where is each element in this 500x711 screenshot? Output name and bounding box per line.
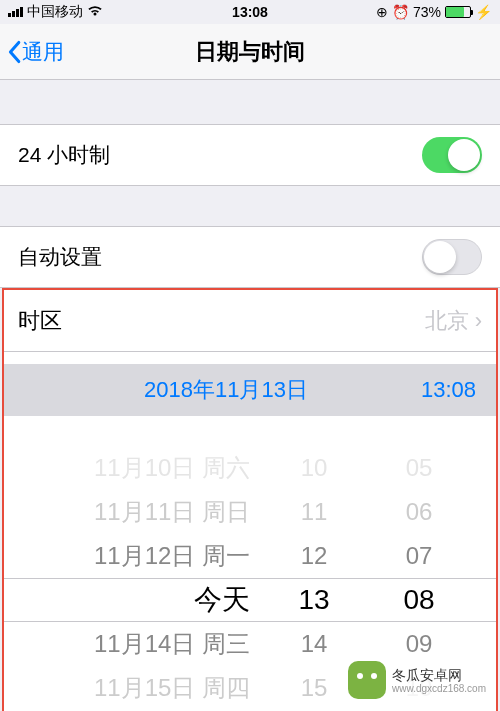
battery-pct: 73%	[413, 4, 441, 20]
back-label: 通用	[22, 38, 64, 66]
timezone-value: 北京	[425, 306, 469, 336]
battery-icon	[445, 6, 471, 18]
picker-date-item[interactable]: 11月14日 周三	[4, 622, 250, 666]
timezone-label: 时区	[18, 306, 62, 336]
carrier-label: 中国移动	[27, 3, 83, 21]
charging-icon: ⚡	[475, 4, 492, 20]
picker-hour-item[interactable]: 14	[284, 622, 344, 666]
wifi-icon	[87, 5, 103, 20]
picker-date-item[interactable]: 11月11日 周日	[4, 490, 250, 534]
status-time: 13:08	[232, 4, 268, 20]
picker-hour-item[interactable]: 10	[284, 446, 344, 490]
chevron-right-icon: ›	[475, 308, 482, 334]
selected-time: 13:08	[421, 377, 476, 403]
switch-24-hour[interactable]	[422, 137, 482, 173]
back-button[interactable]: 通用	[0, 38, 64, 66]
row-auto-set: 自动设置	[0, 226, 500, 288]
picker-hour-item[interactable]: 11	[284, 490, 344, 534]
row-timezone[interactable]: 时区 北京 ›	[4, 290, 496, 352]
rotation-lock-icon: ⊕	[376, 4, 388, 20]
picker-minute-item[interactable]: 07	[384, 534, 454, 578]
row-24-hour: 24 小时制	[0, 124, 500, 186]
picker-minute-item[interactable]: 06	[384, 490, 454, 534]
switch-auto-set[interactable]	[422, 239, 482, 275]
picker-date-item[interactable]: 11月15日 周四	[4, 666, 250, 710]
signal-icon	[8, 7, 23, 17]
watermark-logo-icon	[348, 661, 386, 699]
picker-date-item[interactable]: 11月12日 周一	[4, 534, 250, 578]
highlight-box: 时区 北京 › 2018年11月13日 13:08 11月10日 周六 11月1…	[2, 288, 498, 711]
alarm-icon: ⏰	[392, 4, 409, 20]
picker-date-item[interactable]: 今天	[4, 578, 250, 622]
picker-minute-item[interactable]: 05	[384, 446, 454, 490]
watermark: 冬瓜安卓网 www.dgxcdz168.com	[340, 657, 494, 703]
picker-col-hour[interactable]: 10 11 12 13 14 15 16	[284, 446, 344, 711]
watermark-url: www.dgxcdz168.com	[392, 683, 486, 694]
row-datetime[interactable]: 2018年11月13日 13:08	[4, 364, 496, 416]
watermark-name: 冬瓜安卓网	[392, 667, 486, 683]
picker-minute-item[interactable]: 08	[384, 578, 454, 622]
picker-date-item[interactable]: 11月10日 周六	[4, 446, 250, 490]
chevron-left-icon	[6, 40, 22, 64]
selected-date: 2018年11月13日	[144, 375, 308, 405]
picker-col-date[interactable]: 11月10日 周六 11月11日 周日 11月12日 周一 今天 11月14日 …	[4, 446, 264, 711]
picker-hour-item[interactable]: 15	[284, 666, 344, 710]
page-title: 日期与时间	[195, 37, 305, 67]
nav-bar: 通用 日期与时间	[0, 24, 500, 80]
status-bar: 中国移动 13:08 ⊕ ⏰ 73% ⚡	[0, 0, 500, 24]
picker-hour-item[interactable]: 12	[284, 534, 344, 578]
picker-hour-item[interactable]: 13	[284, 578, 344, 622]
row-label: 24 小时制	[18, 141, 110, 169]
row-label: 自动设置	[18, 243, 102, 271]
